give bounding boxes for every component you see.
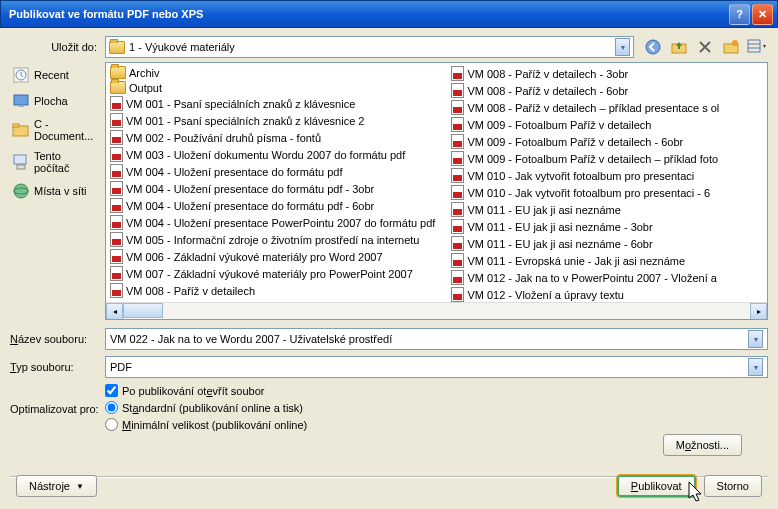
optimize-standard-radio[interactable] bbox=[105, 401, 118, 414]
file-name: VM 004 - Uložení presentace PowerPointu … bbox=[126, 217, 435, 229]
file-item[interactable]: VM 004 - Uložení presentace PowerPointu … bbox=[106, 214, 439, 231]
file-name: VM 012 - Vložení a úpravy textu bbox=[467, 289, 624, 301]
optimize-minimal-radio[interactable] bbox=[105, 418, 118, 431]
optimize-standard-label: Standardní (publikování online a tisk) bbox=[122, 402, 303, 414]
folder-icon bbox=[12, 121, 30, 139]
file-item[interactable]: VM 005 - Informační zdroje o životním pr… bbox=[106, 231, 439, 248]
open-after-label: Po publikování otevřít soubor bbox=[122, 385, 264, 397]
file-item[interactable]: VM 008 - Paříž v detailech - 6obr bbox=[447, 82, 723, 99]
file-name: VM 007 - Základní výukové materiály pro … bbox=[126, 268, 413, 280]
filename-input[interactable]: VM 022 - Jak na to ve Wordu 2007 - Uživa… bbox=[105, 328, 768, 350]
file-item[interactable]: VM 004 - Uložení presentace do formátu p… bbox=[106, 163, 439, 180]
views-icon[interactable] bbox=[746, 36, 768, 58]
chevron-down-icon[interactable]: ▾ bbox=[748, 330, 763, 348]
pdf-icon bbox=[110, 147, 123, 162]
pdf-icon bbox=[110, 113, 123, 128]
file-name: VM 001 - Psaní speciálních znaků z kláve… bbox=[126, 98, 355, 110]
sidebar-item-documents[interactable]: C - Document... bbox=[10, 114, 101, 146]
save-in-value: 1 - Výukové materiály bbox=[129, 41, 235, 53]
titlebar: Publikovat ve formátu PDF nebo XPS ? ✕ bbox=[0, 0, 778, 28]
chevron-down-icon: ▼ bbox=[76, 482, 84, 491]
delete-icon[interactable] bbox=[694, 36, 716, 58]
file-item[interactable]: VM 010 - Jak vytvořit fotoalbum pro pres… bbox=[447, 167, 723, 184]
folder-icon bbox=[110, 66, 126, 79]
folder-item[interactable]: Archiv bbox=[106, 65, 439, 80]
file-name: VM 009 - Fotoalbum Paříž v detailech - 6… bbox=[467, 136, 683, 148]
file-item[interactable]: VM 009 - Fotoalbum Paříž v detailech - 6… bbox=[447, 133, 723, 150]
folder-item[interactable]: Output bbox=[106, 80, 439, 95]
pdf-icon bbox=[451, 253, 464, 268]
file-list[interactable]: ArchivOutputVM 001 - Psaní speciálních z… bbox=[105, 62, 768, 320]
file-name: VM 011 - EU jak ji asi neznáme - 6obr bbox=[467, 238, 652, 250]
file-item[interactable]: VM 011 - EU jak ji asi neznáme bbox=[447, 201, 723, 218]
save-in-dropdown[interactable]: 1 - Výukové materiály ▾ bbox=[105, 36, 634, 58]
file-name: VM 004 - Uložení presentace do formátu p… bbox=[126, 183, 374, 195]
desktop-icon bbox=[12, 92, 30, 110]
sidebar-item-computer[interactable]: Tento počítač bbox=[10, 146, 101, 178]
tools-button[interactable]: Nástroje▼ bbox=[16, 475, 97, 497]
pdf-icon bbox=[451, 270, 464, 285]
file-item[interactable]: VM 011 - Evropská unie - Jak ji asi nezn… bbox=[447, 252, 723, 269]
svg-point-0 bbox=[646, 40, 660, 54]
pdf-icon bbox=[451, 134, 464, 149]
file-item[interactable]: VM 007 - Základní výukové materiály pro … bbox=[106, 265, 439, 282]
optimize-minimal-label: Minimální velikost (publikování online) bbox=[122, 419, 307, 431]
file-name: VM 001 - Psaní speciálních znaků z kláve… bbox=[126, 115, 364, 127]
horizontal-scrollbar[interactable]: ◂ ▸ bbox=[106, 302, 767, 319]
pdf-icon bbox=[451, 168, 464, 183]
file-item[interactable]: VM 003 - Uložení dokumentu Wordu 2007 do… bbox=[106, 146, 439, 163]
pdf-icon bbox=[451, 287, 464, 302]
back-icon[interactable] bbox=[642, 36, 664, 58]
file-name: VM 005 - Informační zdroje o životním pr… bbox=[126, 234, 419, 246]
file-item[interactable]: VM 009 - Fotoalbum Paříž v detailech bbox=[447, 116, 723, 133]
svg-rect-13 bbox=[14, 155, 26, 164]
file-item[interactable]: VM 002 - Používání druhů písma - fontů bbox=[106, 129, 439, 146]
file-item[interactable]: VM 004 - Uložení presentace do formátu p… bbox=[106, 180, 439, 197]
file-item[interactable]: VM 008 - Paříž v detailech bbox=[106, 282, 439, 299]
up-folder-icon[interactable] bbox=[668, 36, 690, 58]
pdf-icon bbox=[110, 215, 123, 230]
file-name: VM 008 - Paříž v detailech - 6obr bbox=[467, 85, 628, 97]
file-item[interactable]: VM 008 - Paříž v detailech – příklad pre… bbox=[447, 99, 723, 116]
file-name: VM 004 - Uložení presentace do formátu p… bbox=[126, 166, 342, 178]
sidebar-item-desktop[interactable]: Plocha bbox=[10, 88, 101, 114]
file-item[interactable]: VM 006 - Základní výukové materiály pro … bbox=[106, 248, 439, 265]
file-item[interactable]: VM 001 - Psaní speciálních znaků z kláve… bbox=[106, 95, 439, 112]
svg-rect-14 bbox=[17, 165, 25, 169]
new-folder-icon[interactable] bbox=[720, 36, 742, 58]
sidebar-item-recent[interactable]: Recent bbox=[10, 62, 101, 88]
computer-icon bbox=[12, 153, 30, 171]
pdf-icon bbox=[110, 130, 123, 145]
help-button[interactable]: ? bbox=[729, 4, 750, 25]
pdf-icon bbox=[451, 117, 464, 132]
pdf-icon bbox=[110, 164, 123, 179]
scroll-right-button[interactable]: ▸ bbox=[750, 303, 767, 320]
scroll-left-button[interactable]: ◂ bbox=[106, 303, 123, 320]
sidebar-item-network[interactable]: Místa v síti bbox=[10, 178, 101, 204]
file-name: VM 008 - Paříž v detailech bbox=[126, 285, 255, 297]
file-item[interactable]: VM 004 - Uložení presentace do formátu p… bbox=[106, 197, 439, 214]
file-item[interactable]: VM 011 - EU jak ji asi neznáme - 3obr bbox=[447, 218, 723, 235]
close-button[interactable]: ✕ bbox=[752, 4, 773, 25]
filetype-input[interactable]: PDF ▾ bbox=[105, 356, 768, 378]
file-item[interactable]: VM 008 - Paříž v detailech - 3obr bbox=[447, 65, 723, 82]
pdf-icon bbox=[110, 266, 123, 281]
file-item[interactable]: VM 012 - Vložení a úpravy textu bbox=[447, 286, 723, 303]
network-icon bbox=[12, 182, 30, 200]
options-button[interactable]: Možnosti... bbox=[663, 434, 742, 456]
file-name: VM 012 - Jak na to v PowerPointu 2007 - … bbox=[467, 272, 716, 284]
scroll-thumb[interactable] bbox=[123, 303, 163, 318]
file-item[interactable]: VM 001 - Psaní speciálních znaků z kláve… bbox=[106, 112, 439, 129]
file-item[interactable]: VM 011 - EU jak ji asi neznáme - 6obr bbox=[447, 235, 723, 252]
file-item[interactable]: VM 010 - Jak vytvořit fotoalbum pro pres… bbox=[447, 184, 723, 201]
chevron-down-icon[interactable]: ▾ bbox=[615, 38, 630, 56]
file-name: VM 009 - Fotoalbum Paříž v detailech – p… bbox=[467, 153, 718, 165]
chevron-down-icon[interactable]: ▾ bbox=[748, 358, 763, 376]
cancel-button[interactable]: Storno bbox=[704, 475, 762, 497]
open-after-checkbox[interactable] bbox=[105, 384, 118, 397]
pdf-icon bbox=[451, 185, 464, 200]
file-item[interactable]: VM 012 - Jak na to v PowerPointu 2007 - … bbox=[447, 269, 723, 286]
publish-button[interactable]: Publikovat bbox=[617, 475, 696, 497]
file-item[interactable]: VM 009 - Fotoalbum Paříž v detailech – p… bbox=[447, 150, 723, 167]
file-name: VM 008 - Paříž v detailech – příklad pre… bbox=[467, 102, 719, 114]
